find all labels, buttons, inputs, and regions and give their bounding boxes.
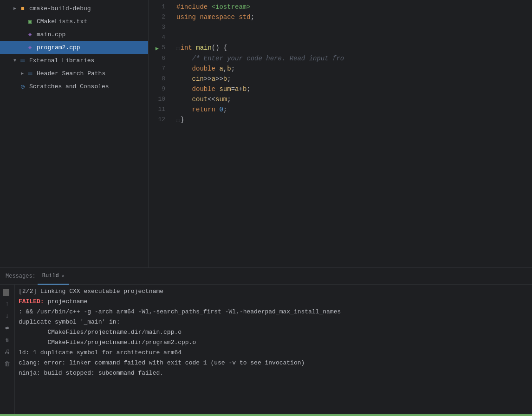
line-content-2: using namespace std; [173, 12, 532, 22]
progress-bar-container [0, 414, 532, 416]
output-line-2: FAILED: projectname [15, 297, 532, 307]
line-content-5: ⬚int main() { [173, 43, 532, 53]
print-icon: 🖨 [4, 349, 10, 356]
line-content-1: #include <iostream> [173, 2, 532, 12]
output-line-8: clang: error: linker command failed with… [15, 358, 532, 368]
arrow-icon [19, 44, 26, 51]
arrow-down-icon: ▼ [11, 57, 19, 64]
code-line-10: 10 cout<<sum; [149, 94, 532, 104]
line-content-9: double sum=a+b; [173, 84, 532, 94]
panel-body: ↑ ↓ ⇌ ⇅ 🖨 🗑 [2/2] Linking CXX executable… [0, 285, 532, 414]
failed-value: projectname [44, 298, 88, 305]
print-button[interactable]: 🖨 [2, 347, 13, 357]
line-number-5: 5 ▶ [149, 43, 173, 53]
stop-icon [3, 289, 9, 296]
line-content-10: cout<<sum; [173, 94, 532, 104]
arrow-icon: ▶ [11, 5, 19, 12]
code-line-2: 2 using namespace std; [149, 12, 532, 22]
code-line-12: 12 ⬚} [149, 115, 532, 125]
cpp-icon: ◈ [26, 30, 34, 39]
sidebar-item-main-cpp[interactable]: ◈ main.cpp [0, 28, 148, 41]
output-line-3: : && /usr/bin/c++ -g -arch arm64 -Wl,-se… [15, 307, 532, 317]
output-line-4: duplicate symbol '_main' in: [15, 317, 532, 327]
line-number-1: 1 [149, 2, 173, 12]
wrap-icon: ⇌ [6, 324, 9, 332]
sidebar-item-cmake-build-debug[interactable]: ▶ ■ cmake-build-debug [0, 2, 148, 15]
header-icon: ⚌ [26, 69, 34, 78]
line-number-6: 6 [149, 53, 173, 64]
output-line-5: CMakeFiles/projectname.dir/main.cpp.o [15, 327, 532, 338]
line-number-10: 10 [149, 94, 173, 104]
line-content-8: cin>>a>>b; [173, 74, 532, 84]
line-number-4: 4 [149, 32, 173, 43]
sidebar-item-label: External Libraries [29, 57, 94, 64]
sort-icon: ⇅ [6, 336, 9, 344]
line-content-12: ⬚} [173, 115, 532, 125]
arrow-right-icon: ▶ [19, 70, 26, 77]
output-line-1: [2/2] Linking CXX executable projectname [15, 286, 532, 297]
line-number-7: 7 [149, 64, 173, 74]
arrow-icon [11, 83, 19, 90]
line-content-11: return 0; [173, 104, 532, 115]
code-area[interactable]: 1 #include <iostream> 2 using namespace … [149, 0, 532, 267]
code-line-1: 1 #include <iostream> [149, 2, 532, 12]
panel-label: Messages: [6, 273, 36, 280]
code-line-7: 7 double a,b; [149, 64, 532, 74]
code-line-4: 4 [149, 32, 532, 43]
sidebar-item-scratches[interactable]: ◎ Scratches and Consoles [0, 80, 148, 93]
sidebar-item-label: main.cpp [37, 31, 65, 38]
sidebar-item-external-libraries[interactable]: ▼ ⚌ External Libraries [0, 54, 148, 67]
scroll-up-button[interactable]: ↑ [2, 299, 13, 309]
extlib-icon: ⚌ [19, 56, 27, 65]
cmake-icon: ▣ [26, 17, 34, 26]
output-line-9: ninja: build stopped: subcommand failed. [15, 368, 532, 378]
code-line-3: 3 [149, 22, 532, 32]
up-arrow-icon: ↑ [6, 300, 9, 307]
tab-close-icon[interactable]: ✕ [62, 273, 65, 279]
down-arrow-icon: ↓ [6, 312, 9, 319]
progress-bar [0, 414, 532, 416]
bottom-panel: Messages: Build ✕ ↑ ↓ ⇌ ⇅ 🖨 [0, 267, 532, 416]
action-bar: ↑ ↓ ⇌ ⇅ 🖨 🗑 [0, 285, 15, 414]
code-line-8: 8 cin>>a>>b; [149, 74, 532, 84]
line-number-2: 2 [149, 12, 173, 22]
code-line-9: 9 double sum=a+b; [149, 84, 532, 94]
code-line-5: 5 ▶ ⬚int main() { [149, 43, 532, 53]
sidebar-item-label: program2.cpp [37, 44, 80, 51]
line-number-9: 9 [149, 84, 173, 94]
line-number-12: 12 [149, 115, 173, 125]
file-tree: ▶ ■ cmake-build-debug ▣ CMakeLists.txt ◈… [0, 0, 149, 267]
panel-tabs-bar: Messages: Build ✕ [0, 268, 532, 285]
trash-icon: 🗑 [4, 361, 10, 368]
sidebar-item-label: Scratches and Consoles [29, 83, 109, 90]
cpp-icon: ◈ [26, 43, 34, 52]
line-number-3: 3 [149, 22, 173, 32]
line-number-8: 8 [149, 74, 173, 84]
run-icon[interactable]: ▶ [149, 44, 159, 54]
scratch-icon: ◎ [19, 82, 27, 91]
sidebar-item-header-search-paths[interactable]: ▶ ⚌ Header Search Paths [0, 67, 148, 80]
arrow-icon [19, 18, 26, 25]
output-line-6: CMakeFiles/projectname.dir/program2.cpp.… [15, 338, 532, 348]
sidebar-item-label: cmake-build-debug [29, 5, 91, 12]
line-content-6: /* Enter your code here. Read input fro [173, 53, 532, 64]
build-tab-label: Build [42, 273, 59, 279]
scroll-down-button[interactable]: ↓ [2, 311, 13, 321]
line-content-7: double a,b; [173, 64, 532, 74]
failed-label: FAILED: [19, 298, 44, 305]
wrap-button[interactable]: ⇌ [2, 323, 13, 333]
folder-icon: ■ [19, 4, 27, 13]
sidebar-item-cmakelists[interactable]: ▣ CMakeLists.txt [0, 15, 148, 28]
sort-button[interactable]: ⇅ [2, 335, 13, 345]
code-editor: 1 #include <iostream> 2 using namespace … [149, 0, 532, 267]
build-output: [2/2] Linking CXX executable projectname… [15, 285, 532, 414]
line-number-11: 11 [149, 104, 173, 115]
output-line-7: ld: 1 duplicate symbol for architecture … [15, 348, 532, 358]
code-line-11: 11 return 0; [149, 104, 532, 115]
stop-button[interactable] [2, 286, 13, 297]
delete-button[interactable]: 🗑 [2, 359, 13, 369]
arrow-icon [19, 31, 26, 38]
sidebar-item-program2-cpp[interactable]: ◈ program2.cpp [0, 41, 148, 54]
sidebar-item-label: Header Search Paths [37, 70, 105, 77]
build-tab[interactable]: Build ✕ [38, 268, 69, 285]
